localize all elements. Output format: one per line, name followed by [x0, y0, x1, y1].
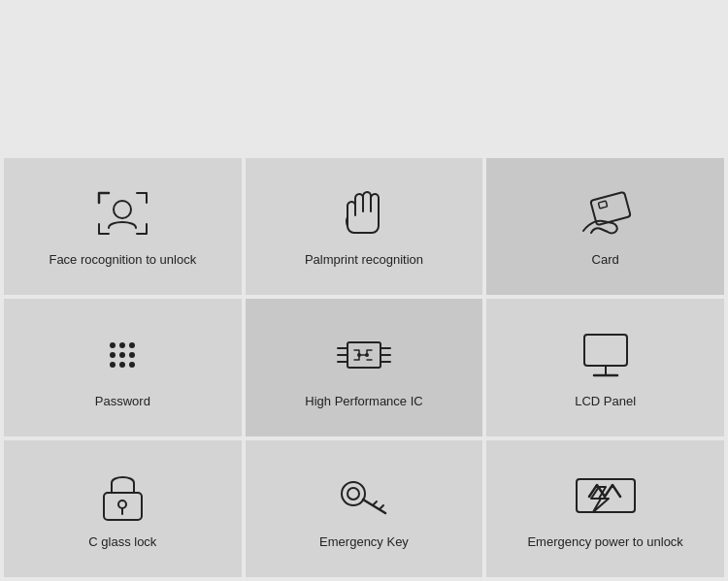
- svg-point-8: [129, 352, 135, 358]
- svg-rect-21: [584, 335, 627, 366]
- svg-rect-24: [104, 493, 142, 520]
- card-icon: [572, 184, 640, 242]
- cell-c-glass-lock[interactable]: C glass lock: [4, 440, 242, 577]
- cell-password[interactable]: Password: [4, 299, 242, 436]
- ic-label: High Performance IC: [305, 394, 422, 410]
- power-icon: [572, 467, 640, 525]
- emergency-key-label: Emergency Key: [319, 534, 409, 551]
- cell-face-recognition[interactable]: Face rocognition to unlock: [4, 158, 242, 295]
- lcd-label: LCD Panel: [575, 394, 636, 410]
- svg-point-3: [110, 342, 116, 348]
- cell-emergency-power[interactable]: Emergency power to unlock: [486, 440, 724, 577]
- svg-point-9: [110, 362, 116, 368]
- password-icon: [88, 326, 156, 384]
- cell-lcd-panel[interactable]: LCD Panel: [486, 299, 724, 436]
- emergency-power-label: Emergency power to unlock: [527, 534, 682, 551]
- card-label: Card: [592, 252, 619, 269]
- svg-point-0: [114, 201, 131, 218]
- ic-icon: [330, 326, 398, 384]
- svg-rect-1: [590, 192, 631, 225]
- svg-point-5: [129, 342, 135, 348]
- cell-high-performance-ic[interactable]: High Performance IC: [246, 299, 483, 436]
- svg-point-20: [365, 353, 369, 357]
- c-glass-lock-label: C glass lock: [88, 534, 156, 551]
- svg-rect-2: [599, 201, 608, 209]
- svg-point-7: [119, 352, 125, 358]
- svg-point-4: [119, 342, 125, 348]
- svg-line-31: [380, 505, 383, 509]
- cell-emergency-key[interactable]: Emergency Key: [246, 440, 483, 577]
- svg-line-30: [373, 501, 377, 505]
- cell-card[interactable]: Card: [486, 158, 724, 295]
- svg-point-19: [357, 353, 361, 357]
- top-area: [0, 0, 728, 158]
- face-recognition-label: Face rocognition to unlock: [49, 252, 196, 269]
- svg-point-25: [118, 500, 126, 508]
- feature-grid: Face rocognition to unlock Palmprint rec…: [0, 158, 728, 581]
- cell-palmprint[interactable]: Palmprint recognition: [246, 158, 483, 295]
- face-recognition-icon: [88, 184, 156, 242]
- svg-point-10: [119, 362, 125, 368]
- svg-point-27: [342, 482, 365, 505]
- password-label: Password: [95, 394, 150, 410]
- lock-icon: [88, 467, 156, 525]
- svg-point-6: [110, 352, 116, 358]
- key-icon: [330, 467, 398, 525]
- palmprint-icon: [330, 184, 398, 242]
- svg-point-28: [347, 488, 359, 500]
- palmprint-label: Palmprint recognition: [305, 252, 423, 269]
- lcd-icon: [572, 326, 640, 384]
- svg-point-11: [129, 362, 135, 368]
